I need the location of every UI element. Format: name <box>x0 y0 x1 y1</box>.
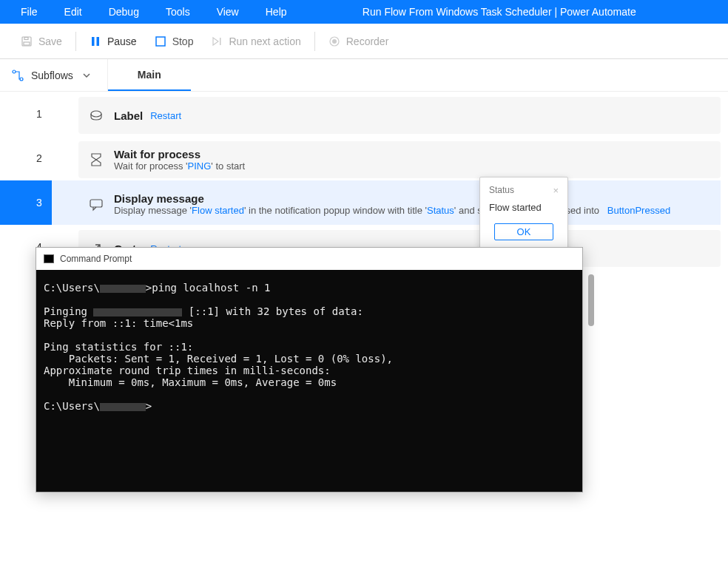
menu-file[interactable]: File <box>7 6 51 18</box>
svg-rect-2 <box>24 37 28 39</box>
toolbar: Save Pause Stop Run next action Recorder <box>0 24 728 59</box>
recorder-label: Recorder <box>346 35 389 47</box>
line-number: 2 <box>0 136 78 180</box>
svg-point-8 <box>332 39 337 44</box>
step-subtitle: Display message 'Flow started' in the no… <box>114 205 670 216</box>
step-title: Wait for process <box>114 148 245 160</box>
hourglass-icon <box>89 152 104 167</box>
stop-label: Stop <box>172 35 194 47</box>
recorder-button[interactable]: Recorder <box>320 24 398 58</box>
ok-button[interactable]: OK <box>494 223 554 240</box>
status-dialog: Status × Flow started OK <box>479 177 568 251</box>
step-title: Display message <box>114 192 670 205</box>
tag-icon <box>89 108 104 123</box>
step-row[interactable]: Label Restart <box>78 92 721 136</box>
subflows-icon <box>12 70 24 81</box>
step-token: Restart <box>150 110 181 121</box>
menu-debug[interactable]: Debug <box>95 6 152 18</box>
svg-point-9 <box>13 70 16 73</box>
svg-rect-12 <box>90 200 102 207</box>
cmd-titlebar[interactable]: Command Prompt <box>36 248 582 270</box>
step-row[interactable]: Wait for process Wait for process 'PING'… <box>78 136 721 180</box>
run-next-label: Run next action <box>229 35 300 47</box>
pause-icon <box>90 35 101 47</box>
step-subtitle: Wait for process 'PING' to start <box>114 160 245 172</box>
svg-rect-4 <box>96 37 99 46</box>
tabs: Main <box>108 59 191 91</box>
subnav: Subflows Main <box>0 59 728 92</box>
menu-bar: File Edit Debug Tools View Help Run Flow… <box>0 0 728 24</box>
separator <box>75 32 76 51</box>
menu-help[interactable]: Help <box>252 6 300 18</box>
save-button[interactable]: Save <box>12 24 71 58</box>
svg-point-10 <box>20 78 23 81</box>
svg-rect-1 <box>24 42 30 45</box>
cmd-output: C:\Users\>ping localhost -n 1 Pinging [:… <box>36 270 582 492</box>
dialog-title: Status <box>489 185 514 196</box>
dialog-body: Flow started <box>489 202 559 213</box>
line-number: 1 <box>0 92 78 136</box>
separator <box>314 32 315 51</box>
chat-icon <box>89 197 104 211</box>
close-icon[interactable]: × <box>553 185 559 196</box>
save-icon <box>21 35 33 47</box>
cmd-icon <box>44 254 54 263</box>
svg-rect-5 <box>156 37 165 46</box>
svg-rect-3 <box>92 37 95 46</box>
record-icon <box>328 35 340 47</box>
flow-area: 1 2 3 4 Label Restart <box>0 92 728 562</box>
window-title: Run Flow From Windows Task Scheduler | P… <box>300 6 728 18</box>
tab-main[interactable]: Main <box>108 59 191 91</box>
scrollbar[interactable] <box>588 274 594 326</box>
subflows-dropdown[interactable]: Subflows <box>0 59 108 91</box>
run-next-button[interactable]: Run next action <box>202 24 309 58</box>
svg-point-11 <box>91 111 101 117</box>
chevron-down-icon <box>81 70 92 81</box>
step-row[interactable]: Display message Display message 'Flow st… <box>52 180 721 225</box>
subflows-label: Subflows <box>31 70 73 81</box>
step-icon <box>211 35 223 47</box>
cmd-title: Command Prompt <box>60 254 132 264</box>
save-label: Save <box>38 35 62 47</box>
step-title: Label <box>114 109 143 122</box>
menu-edit[interactable]: Edit <box>51 6 95 18</box>
svg-rect-6 <box>220 38 221 45</box>
stop-button[interactable]: Stop <box>146 24 203 58</box>
pause-button[interactable]: Pause <box>81 24 146 58</box>
command-prompt-window: Command Prompt C:\Users\>ping localhost … <box>36 247 583 492</box>
stop-icon <box>155 35 166 47</box>
pause-label: Pause <box>107 35 137 47</box>
menu-view[interactable]: View <box>203 6 252 18</box>
menu-tools[interactable]: Tools <box>152 6 203 18</box>
